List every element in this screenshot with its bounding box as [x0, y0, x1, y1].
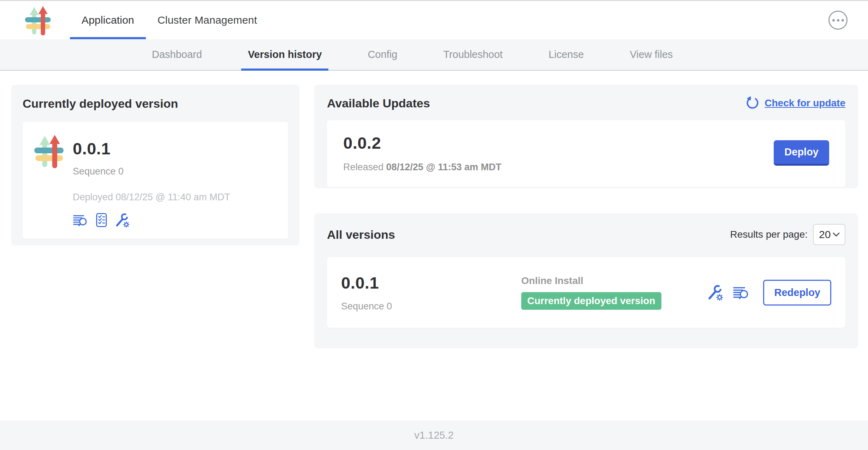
update-released-line: Released 08/12/25 @ 11:53 am MDT: [343, 162, 501, 173]
available-update-row: 0.0.2 Released 08/12/25 @ 11:53 am MDT D…: [327, 120, 845, 187]
subnav-label-dashboard: Dashboard: [152, 49, 202, 60]
results-per-page: Results per page: 20: [730, 224, 845, 245]
config-wrench-gear-icon: [114, 223, 129, 229]
all-versions-card: All versions Results per page: 20 0.0.1 …: [314, 213, 858, 348]
check-for-update-link[interactable]: Check for update: [746, 96, 845, 110]
deploy-logs-icon: [733, 296, 749, 302]
subnav-label-view-files: View files: [630, 49, 673, 60]
row-edit-config-button[interactable]: [707, 284, 723, 301]
app-sub-nav: Dashboard Version history Config Trouble…: [0, 39, 868, 71]
row-install-type: Online Install: [521, 275, 661, 286]
deployed-timestamp: Deployed 08/12/25 @ 11:40 am MDT: [73, 192, 230, 203]
deployed-version-actions: [73, 213, 230, 227]
chevron-down-icon: [832, 232, 840, 237]
currently-deployed-version-card: 0.0.1 Sequence 0 Deployed 08/12/25 @ 11:…: [23, 122, 288, 239]
row-version-number: 0.0.1: [341, 273, 521, 292]
available-updates-card: Available Updates Check for update 0.0.2…: [314, 85, 858, 188]
subnav-label-version-history: Version history: [248, 49, 322, 60]
top-nav: Application Cluster Management: [0, 0, 868, 39]
tab-application[interactable]: Application: [70, 1, 146, 39]
config-wrench-gear-icon: [707, 296, 723, 302]
check-for-update-label[interactable]: Check for update: [765, 97, 845, 109]
results-per-page-value: 20: [819, 229, 831, 241]
deployed-sequence: Sequence 0: [73, 166, 230, 177]
subnav-item-license[interactable]: License: [542, 39, 590, 70]
redeploy-button[interactable]: Redeploy: [763, 280, 831, 306]
released-date: 08/12/25 @ 11:53 am MDT: [386, 162, 502, 172]
all-versions-title: All versions: [327, 228, 395, 242]
tab-application-label: Application: [82, 14, 134, 26]
deploy-logs-icon: [73, 223, 88, 229]
subnav-item-version-history[interactable]: Version history: [241, 39, 329, 70]
currently-deployed-card: Currently deployed version 0.0.1 Sequenc…: [11, 85, 299, 245]
row-actions: Redeploy: [707, 280, 831, 306]
app-logo-icon: [33, 133, 69, 230]
row-sequence: Sequence 0: [341, 301, 521, 312]
preflight-checks-button[interactable]: [94, 213, 108, 227]
preflight-checklist-icon: [94, 223, 108, 229]
row-deploy-logs-button[interactable]: [733, 284, 749, 301]
subnav-item-view-files[interactable]: View files: [623, 39, 679, 70]
deploy-logs-button[interactable]: [73, 213, 88, 227]
version-row: 0.0.1 Sequence 0 Online Install Currentl…: [327, 257, 845, 328]
results-per-page-label: Results per page:: [730, 229, 808, 240]
subnav-item-dashboard[interactable]: Dashboard: [145, 39, 209, 70]
results-per-page-select[interactable]: 20: [813, 224, 845, 245]
edit-config-button[interactable]: [114, 213, 129, 227]
tab-cluster-management[interactable]: Cluster Management: [146, 1, 269, 39]
refresh-icon: [746, 96, 760, 110]
deploy-button[interactable]: Deploy: [774, 140, 829, 166]
subnav-item-config[interactable]: Config: [361, 39, 404, 70]
admin-console-version: v1.125.2: [414, 430, 453, 441]
subnav-label-config: Config: [368, 49, 397, 60]
deployed-version-number: 0.0.1: [73, 139, 230, 158]
ellipsis-icon: [832, 19, 844, 22]
overflow-menu-button[interactable]: [828, 11, 848, 30]
available-updates-title: Available Updates: [327, 96, 430, 110]
app-logo-icon: [24, 5, 55, 36]
footer: v1.125.2: [0, 420, 868, 450]
subnav-item-troubleshoot[interactable]: Troubleshoot: [436, 39, 509, 70]
subnav-label-troubleshoot: Troubleshoot: [443, 49, 503, 60]
currently-deployed-badge: Currently deployed version: [521, 292, 661, 310]
update-version-number: 0.0.2: [343, 133, 501, 153]
currently-deployed-title: Currently deployed version: [23, 97, 288, 111]
tab-cluster-management-label: Cluster Management: [157, 14, 257, 26]
subnav-label-license: License: [548, 49, 584, 60]
released-prefix: Released: [343, 162, 384, 172]
